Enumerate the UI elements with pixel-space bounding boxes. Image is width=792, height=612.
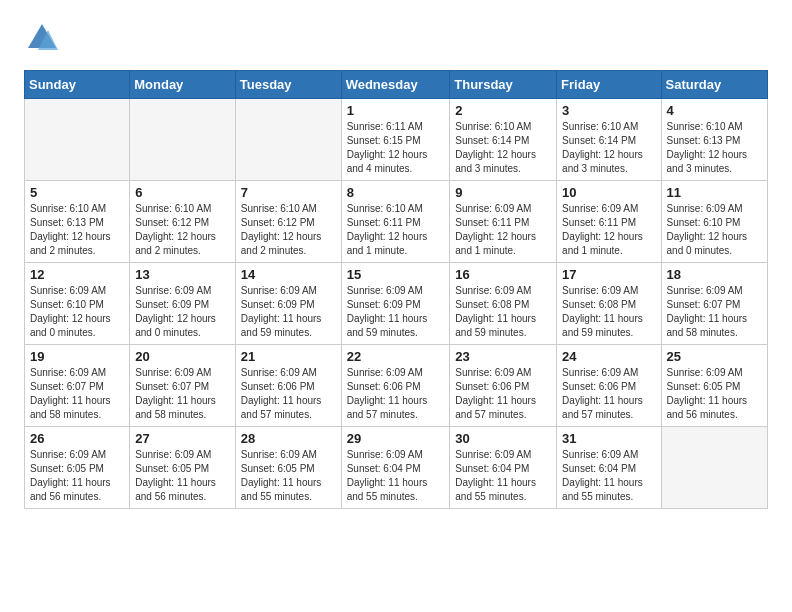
day-number: 17 — [562, 267, 655, 282]
calendar-day-cell: 16Sunrise: 6:09 AM Sunset: 6:08 PM Dayli… — [450, 263, 557, 345]
calendar-weekday-header: Wednesday — [341, 71, 450, 99]
day-info: Sunrise: 6:09 AM Sunset: 6:07 PM Dayligh… — [667, 284, 762, 340]
calendar-weekday-header: Thursday — [450, 71, 557, 99]
calendar-weekday-header: Tuesday — [235, 71, 341, 99]
day-number: 14 — [241, 267, 336, 282]
calendar-day-cell: 8Sunrise: 6:10 AM Sunset: 6:11 PM Daylig… — [341, 181, 450, 263]
day-info: Sunrise: 6:09 AM Sunset: 6:11 PM Dayligh… — [562, 202, 655, 258]
day-info: Sunrise: 6:10 AM Sunset: 6:14 PM Dayligh… — [562, 120, 655, 176]
calendar-day-cell: 29Sunrise: 6:09 AM Sunset: 6:04 PM Dayli… — [341, 427, 450, 509]
day-number: 29 — [347, 431, 445, 446]
day-number: 2 — [455, 103, 551, 118]
calendar-week-row: 1Sunrise: 6:11 AM Sunset: 6:15 PM Daylig… — [25, 99, 768, 181]
calendar-day-cell: 7Sunrise: 6:10 AM Sunset: 6:12 PM Daylig… — [235, 181, 341, 263]
day-number: 8 — [347, 185, 445, 200]
day-number: 25 — [667, 349, 762, 364]
day-number: 12 — [30, 267, 124, 282]
day-number: 7 — [241, 185, 336, 200]
day-info: Sunrise: 6:10 AM Sunset: 6:13 PM Dayligh… — [667, 120, 762, 176]
day-info: Sunrise: 6:09 AM Sunset: 6:04 PM Dayligh… — [455, 448, 551, 504]
day-info: Sunrise: 6:09 AM Sunset: 6:04 PM Dayligh… — [562, 448, 655, 504]
day-number: 11 — [667, 185, 762, 200]
day-info: Sunrise: 6:09 AM Sunset: 6:05 PM Dayligh… — [30, 448, 124, 504]
calendar-day-cell: 17Sunrise: 6:09 AM Sunset: 6:08 PM Dayli… — [557, 263, 661, 345]
calendar-header-row: SundayMondayTuesdayWednesdayThursdayFrid… — [25, 71, 768, 99]
calendar-day-cell: 23Sunrise: 6:09 AM Sunset: 6:06 PM Dayli… — [450, 345, 557, 427]
calendar-day-cell: 22Sunrise: 6:09 AM Sunset: 6:06 PM Dayli… — [341, 345, 450, 427]
calendar-week-row: 12Sunrise: 6:09 AM Sunset: 6:10 PM Dayli… — [25, 263, 768, 345]
calendar-day-cell — [25, 99, 130, 181]
calendar-week-row: 5Sunrise: 6:10 AM Sunset: 6:13 PM Daylig… — [25, 181, 768, 263]
calendar-day-cell: 28Sunrise: 6:09 AM Sunset: 6:05 PM Dayli… — [235, 427, 341, 509]
day-number: 28 — [241, 431, 336, 446]
day-info: Sunrise: 6:09 AM Sunset: 6:09 PM Dayligh… — [241, 284, 336, 340]
calendar-day-cell: 11Sunrise: 6:09 AM Sunset: 6:10 PM Dayli… — [661, 181, 767, 263]
day-number: 18 — [667, 267, 762, 282]
calendar-day-cell: 5Sunrise: 6:10 AM Sunset: 6:13 PM Daylig… — [25, 181, 130, 263]
day-number: 22 — [347, 349, 445, 364]
day-info: Sunrise: 6:09 AM Sunset: 6:07 PM Dayligh… — [30, 366, 124, 422]
day-info: Sunrise: 6:09 AM Sunset: 6:10 PM Dayligh… — [667, 202, 762, 258]
day-info: Sunrise: 6:09 AM Sunset: 6:11 PM Dayligh… — [455, 202, 551, 258]
day-info: Sunrise: 6:09 AM Sunset: 6:06 PM Dayligh… — [241, 366, 336, 422]
calendar-day-cell: 13Sunrise: 6:09 AM Sunset: 6:09 PM Dayli… — [130, 263, 236, 345]
day-info: Sunrise: 6:09 AM Sunset: 6:09 PM Dayligh… — [347, 284, 445, 340]
day-number: 6 — [135, 185, 230, 200]
calendar-day-cell: 1Sunrise: 6:11 AM Sunset: 6:15 PM Daylig… — [341, 99, 450, 181]
day-number: 31 — [562, 431, 655, 446]
calendar-day-cell: 2Sunrise: 6:10 AM Sunset: 6:14 PM Daylig… — [450, 99, 557, 181]
calendar-day-cell — [661, 427, 767, 509]
calendar-week-row: 26Sunrise: 6:09 AM Sunset: 6:05 PM Dayli… — [25, 427, 768, 509]
calendar-day-cell: 25Sunrise: 6:09 AM Sunset: 6:05 PM Dayli… — [661, 345, 767, 427]
calendar-day-cell: 10Sunrise: 6:09 AM Sunset: 6:11 PM Dayli… — [557, 181, 661, 263]
calendar-day-cell: 30Sunrise: 6:09 AM Sunset: 6:04 PM Dayli… — [450, 427, 557, 509]
day-number: 24 — [562, 349, 655, 364]
day-number: 4 — [667, 103, 762, 118]
day-number: 21 — [241, 349, 336, 364]
calendar-day-cell: 24Sunrise: 6:09 AM Sunset: 6:06 PM Dayli… — [557, 345, 661, 427]
calendar-day-cell: 31Sunrise: 6:09 AM Sunset: 6:04 PM Dayli… — [557, 427, 661, 509]
day-info: Sunrise: 6:09 AM Sunset: 6:05 PM Dayligh… — [135, 448, 230, 504]
calendar-weekday-header: Sunday — [25, 71, 130, 99]
day-number: 9 — [455, 185, 551, 200]
calendar-day-cell: 18Sunrise: 6:09 AM Sunset: 6:07 PM Dayli… — [661, 263, 767, 345]
day-info: Sunrise: 6:09 AM Sunset: 6:08 PM Dayligh… — [455, 284, 551, 340]
calendar-weekday-header: Monday — [130, 71, 236, 99]
day-info: Sunrise: 6:09 AM Sunset: 6:08 PM Dayligh… — [562, 284, 655, 340]
calendar-weekday-header: Saturday — [661, 71, 767, 99]
day-info: Sunrise: 6:09 AM Sunset: 6:06 PM Dayligh… — [455, 366, 551, 422]
calendar-week-row: 19Sunrise: 6:09 AM Sunset: 6:07 PM Dayli… — [25, 345, 768, 427]
calendar-table: SundayMondayTuesdayWednesdayThursdayFrid… — [24, 70, 768, 509]
calendar-weekday-header: Friday — [557, 71, 661, 99]
day-number: 23 — [455, 349, 551, 364]
logo — [24, 20, 64, 56]
day-info: Sunrise: 6:09 AM Sunset: 6:10 PM Dayligh… — [30, 284, 124, 340]
calendar-day-cell: 19Sunrise: 6:09 AM Sunset: 6:07 PM Dayli… — [25, 345, 130, 427]
day-info: Sunrise: 6:10 AM Sunset: 6:14 PM Dayligh… — [455, 120, 551, 176]
day-number: 5 — [30, 185, 124, 200]
day-number: 19 — [30, 349, 124, 364]
calendar-day-cell: 27Sunrise: 6:09 AM Sunset: 6:05 PM Dayli… — [130, 427, 236, 509]
day-info: Sunrise: 6:11 AM Sunset: 6:15 PM Dayligh… — [347, 120, 445, 176]
calendar-day-cell — [235, 99, 341, 181]
day-number: 30 — [455, 431, 551, 446]
calendar-day-cell — [130, 99, 236, 181]
day-number: 15 — [347, 267, 445, 282]
day-info: Sunrise: 6:09 AM Sunset: 6:07 PM Dayligh… — [135, 366, 230, 422]
day-info: Sunrise: 6:10 AM Sunset: 6:13 PM Dayligh… — [30, 202, 124, 258]
calendar-day-cell: 4Sunrise: 6:10 AM Sunset: 6:13 PM Daylig… — [661, 99, 767, 181]
day-info: Sunrise: 6:09 AM Sunset: 6:09 PM Dayligh… — [135, 284, 230, 340]
calendar-day-cell: 15Sunrise: 6:09 AM Sunset: 6:09 PM Dayli… — [341, 263, 450, 345]
day-info: Sunrise: 6:09 AM Sunset: 6:05 PM Dayligh… — [241, 448, 336, 504]
logo-icon — [24, 20, 60, 56]
day-info: Sunrise: 6:09 AM Sunset: 6:05 PM Dayligh… — [667, 366, 762, 422]
day-info: Sunrise: 6:10 AM Sunset: 6:11 PM Dayligh… — [347, 202, 445, 258]
day-number: 20 — [135, 349, 230, 364]
calendar-day-cell: 26Sunrise: 6:09 AM Sunset: 6:05 PM Dayli… — [25, 427, 130, 509]
day-info: Sunrise: 6:09 AM Sunset: 6:04 PM Dayligh… — [347, 448, 445, 504]
calendar-day-cell: 21Sunrise: 6:09 AM Sunset: 6:06 PM Dayli… — [235, 345, 341, 427]
calendar-day-cell: 3Sunrise: 6:10 AM Sunset: 6:14 PM Daylig… — [557, 99, 661, 181]
day-number: 3 — [562, 103, 655, 118]
calendar-day-cell: 6Sunrise: 6:10 AM Sunset: 6:12 PM Daylig… — [130, 181, 236, 263]
calendar-day-cell: 12Sunrise: 6:09 AM Sunset: 6:10 PM Dayli… — [25, 263, 130, 345]
